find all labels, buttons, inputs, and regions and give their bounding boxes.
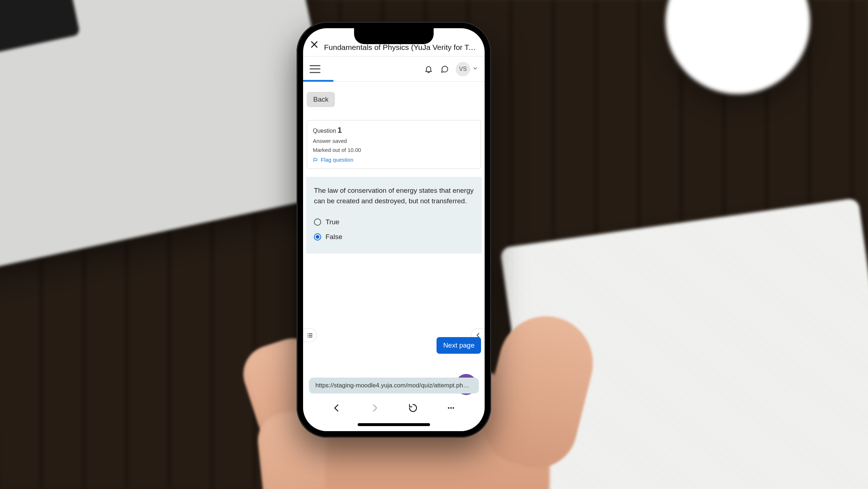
browser-forward-icon[interactable] bbox=[370, 403, 380, 413]
next-page-button[interactable]: Next page bbox=[437, 337, 481, 354]
home-indicator bbox=[358, 423, 430, 426]
answer-status: Answer saved bbox=[313, 138, 475, 144]
option-false[interactable]: False bbox=[314, 230, 474, 244]
chevron-down-icon[interactable] bbox=[472, 65, 478, 73]
option-true[interactable]: True bbox=[314, 215, 474, 230]
svg-rect-6 bbox=[307, 337, 308, 337]
chat-icon[interactable] bbox=[440, 64, 449, 74]
flag-question-label: Flag question bbox=[321, 157, 353, 163]
svg-point-9 bbox=[448, 407, 450, 409]
svg-point-10 bbox=[450, 407, 452, 409]
question-number: 1 bbox=[337, 126, 342, 135]
user-avatar[interactable]: VS bbox=[456, 62, 470, 76]
option-label: False bbox=[326, 232, 342, 242]
question-body: The law of conservation of energy states… bbox=[306, 177, 482, 254]
svg-rect-5 bbox=[309, 335, 312, 336]
list-icon bbox=[307, 332, 313, 339]
browser-reload-icon[interactable] bbox=[408, 403, 418, 413]
question-text: The law of conservation of energy states… bbox=[314, 186, 474, 206]
page-title: Fundamentals of Physics (YuJa Verity for… bbox=[324, 43, 478, 52]
svg-point-11 bbox=[453, 407, 454, 409]
option-label: True bbox=[326, 217, 339, 228]
flag-icon bbox=[313, 157, 318, 162]
browser-more-icon[interactable] bbox=[446, 403, 456, 413]
hamburger-menu-icon[interactable] bbox=[310, 65, 320, 73]
phone-screen: Fundamentals of Physics (YuJa Verity for… bbox=[303, 28, 485, 431]
marks-line: Marked out of 10.00 bbox=[313, 147, 475, 153]
svg-rect-2 bbox=[307, 333, 308, 334]
question-number-line: Question1 bbox=[313, 126, 475, 135]
svg-rect-4 bbox=[307, 335, 308, 336]
bell-icon[interactable] bbox=[424, 64, 433, 74]
radio-icon bbox=[314, 218, 321, 226]
browser-address-bar[interactable]: https://staging-moodle4.yuja.com/mod/qui… bbox=[309, 378, 479, 394]
svg-rect-3 bbox=[309, 333, 312, 334]
browser-toolbar bbox=[303, 397, 485, 419]
svg-rect-7 bbox=[309, 337, 312, 337]
question-label: Question bbox=[313, 128, 336, 134]
radio-icon bbox=[314, 233, 321, 241]
quiz-content: Back Question1 Answer saved Marked out o… bbox=[303, 82, 485, 431]
question-meta-card: Question1 Answer saved Marked out of 10.… bbox=[307, 120, 481, 169]
app-header: VS bbox=[303, 56, 485, 82]
drawer-toggle-left[interactable] bbox=[303, 328, 317, 342]
close-icon[interactable] bbox=[310, 40, 319, 51]
answer-options: True False bbox=[314, 215, 474, 244]
flag-question-link[interactable]: Flag question bbox=[313, 157, 475, 163]
phone-notch bbox=[354, 28, 434, 44]
back-button[interactable]: Back bbox=[307, 92, 335, 107]
notebook-decor bbox=[500, 198, 868, 489]
phone-frame: Fundamentals of Physics (YuJa Verity for… bbox=[297, 22, 491, 438]
browser-back-icon[interactable] bbox=[332, 403, 342, 413]
